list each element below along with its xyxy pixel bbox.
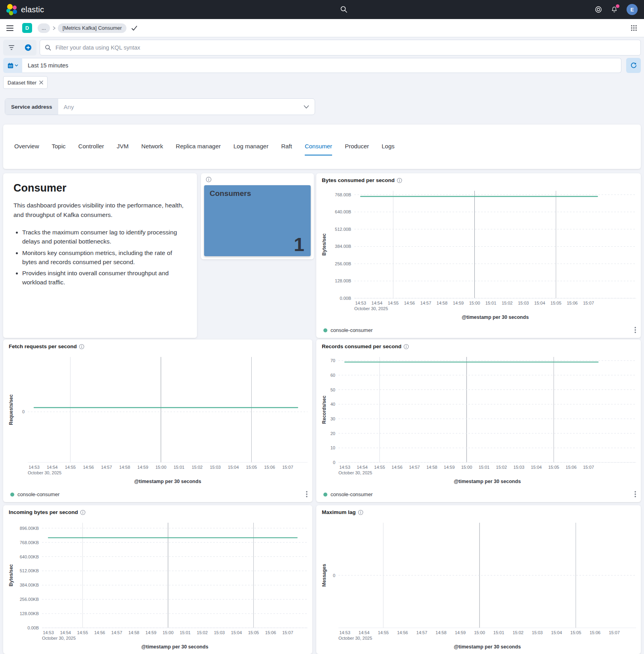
metric-box[interactable]: Consumers 1 [204, 185, 311, 256]
elastic-brand[interactable]: elastic [0, 4, 44, 15]
header-actions: E [595, 0, 638, 19]
svg-text:14:55: 14:55 [374, 465, 385, 470]
info-icon[interactable] [403, 344, 409, 349]
svg-text:15:06: 15:06 [590, 630, 601, 635]
svg-text:70: 70 [331, 358, 335, 363]
dataset-filter-pill[interactable]: Dataset filter [3, 76, 48, 89]
dashboard-badge[interactable]: D [22, 23, 32, 33]
consumer-description-panel: Consumer This dashboard provides visibil… [3, 173, 197, 338]
tab-raft[interactable]: Raft [281, 143, 292, 155]
service-address-control[interactable]: Service address Any [5, 98, 315, 115]
tab-replica-manager[interactable]: Replica manager [176, 143, 221, 155]
svg-text:14:58: 14:58 [119, 465, 130, 470]
svg-text:15:05: 15:05 [550, 301, 562, 305]
svg-text:0.00B: 0.00B [340, 296, 351, 301]
legend-series-dot [323, 328, 327, 332]
date-picker-button[interactable] [3, 58, 22, 73]
svg-text:15:04: 15:04 [551, 630, 562, 635]
remove-filter-icon[interactable] [39, 81, 43, 84]
calendar-icon [8, 63, 13, 69]
svg-text:50: 50 [331, 387, 335, 392]
svg-text:14:59: 14:59 [444, 465, 455, 470]
info-icon[interactable] [397, 178, 402, 183]
tab-topic[interactable]: Topic [52, 143, 66, 155]
consumers-metric-panel: Consumers 1 [201, 173, 314, 259]
svg-text:15:07: 15:07 [583, 465, 594, 470]
global-search-icon[interactable] [340, 6, 348, 13]
info-icon[interactable] [358, 510, 363, 515]
svg-text:14:53: 14:53 [355, 301, 366, 305]
refresh-button[interactable] [626, 58, 641, 73]
chart-legend[interactable]: console-consumer [10, 491, 59, 497]
panel-bullet-list: Tracks the maximum consumer lag to ident… [13, 228, 187, 287]
info-icon[interactable] [79, 344, 84, 349]
tab-overview[interactable]: Overview [14, 143, 39, 155]
saved-check-icon [131, 25, 138, 31]
svg-text:14:56: 14:56 [94, 630, 105, 635]
svg-text:October 30, 2025: October 30, 2025 [354, 306, 388, 311]
apps-grid-icon[interactable] [631, 25, 637, 31]
chart-title: Fetch requests per second [9, 343, 77, 349]
svg-text:14:53: 14:53 [29, 465, 40, 470]
svg-text:14:57: 14:57 [409, 465, 420, 470]
svg-text:14:55: 14:55 [65, 465, 76, 470]
svg-text:256.00B: 256.00B [335, 261, 351, 266]
control-label: Service address [5, 99, 58, 115]
chart-title: Maximum lag [322, 509, 356, 515]
svg-text:14:57: 14:57 [420, 301, 432, 305]
kql-search-input[interactable] [55, 44, 640, 51]
tab-network[interactable]: Network [141, 143, 163, 155]
svg-text:15:06: 15:06 [265, 630, 276, 635]
chevron-down-icon [304, 99, 315, 115]
svg-text:14:56: 14:56 [404, 301, 415, 305]
svg-text:15:06: 15:06 [566, 465, 577, 470]
chart-legend[interactable]: console-consumer [323, 327, 373, 333]
tab-logs[interactable]: Logs [382, 143, 395, 155]
filter-options-button[interactable] [3, 40, 20, 56]
svg-text:0: 0 [333, 460, 335, 465]
svg-text:15:06: 15:06 [264, 465, 275, 470]
tab-controller[interactable]: Controller [78, 143, 104, 155]
svg-text:640.00B: 640.00B [335, 209, 351, 214]
svg-text:October 30, 2025: October 30, 2025 [338, 470, 372, 475]
help-icon[interactable] [595, 6, 602, 13]
tab-log-manager[interactable]: Log manager [233, 143, 268, 155]
tab-consumer[interactable]: Consumer [305, 143, 332, 155]
global-header: elastic E [0, 0, 644, 19]
svg-text:14:56: 14:56 [392, 465, 403, 470]
tab-jvm[interactable]: JVM [117, 143, 129, 155]
svg-text:15:01: 15:01 [180, 630, 191, 635]
svg-text:14:58: 14:58 [128, 630, 140, 635]
bytes-consumed-chart-panel: Bytes consumed per second 0.00B128.00B25… [316, 173, 641, 338]
svg-text:15:04: 15:04 [531, 465, 542, 470]
breadcrumb-current[interactable]: [Metrics Kafka] Consumer [58, 23, 127, 33]
time-range-value[interactable]: Last 15 minutes [22, 58, 621, 73]
user-avatar[interactable]: E [627, 4, 638, 15]
notifications-bell-icon[interactable] [611, 6, 618, 13]
svg-text:768.00B: 768.00B [335, 192, 351, 197]
panel-menu-icon[interactable] [634, 491, 636, 497]
svg-text:512.00B: 512.00B [335, 227, 351, 232]
chart-legend[interactable]: console-consumer [323, 491, 373, 497]
svg-text:15:01: 15:01 [493, 630, 504, 635]
breadcrumb-collapsed[interactable]: ... [38, 23, 50, 33]
svg-text:@timestamp per 30 seconds: @timestamp per 30 seconds [454, 479, 521, 484]
svg-text:15:07: 15:07 [282, 630, 293, 635]
metric-value: 1 [294, 234, 304, 255]
svg-text:14:59: 14:59 [455, 630, 466, 635]
svg-text:15:07: 15:07 [609, 630, 620, 635]
svg-text:14:53: 14:53 [43, 630, 54, 635]
svg-text:14:55: 14:55 [378, 630, 389, 635]
svg-text:14:54: 14:54 [47, 465, 58, 470]
incoming-bytes-chart-panel: Incoming bytes per second 0.00B128.00KB2… [3, 505, 312, 654]
add-filter-button[interactable] [20, 40, 36, 56]
info-icon[interactable] [80, 510, 86, 515]
menu-hamburger-icon[interactable] [6, 25, 13, 31]
panel-menu-icon[interactable] [634, 327, 636, 333]
info-icon[interactable] [206, 176, 212, 182]
svg-text:14:59: 14:59 [145, 630, 157, 635]
panel-menu-icon[interactable] [306, 491, 308, 497]
svg-text:14:55: 14:55 [388, 301, 399, 305]
tab-producer[interactable]: Producer [345, 143, 369, 155]
svg-text:15:02: 15:02 [502, 301, 513, 305]
